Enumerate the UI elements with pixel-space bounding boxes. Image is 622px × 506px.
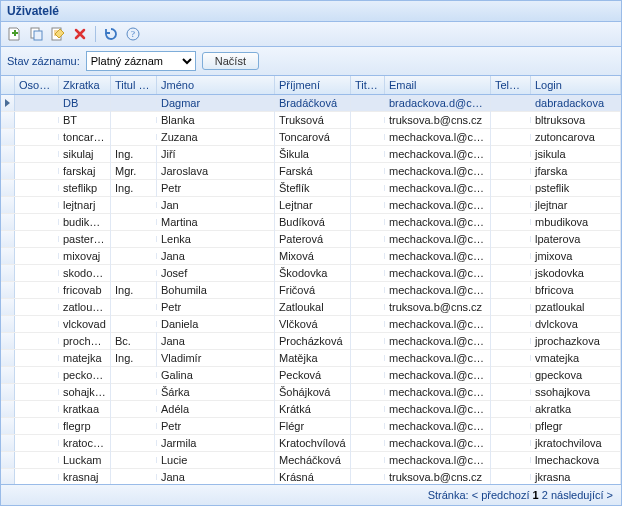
cell-jmeno: Adéla bbox=[157, 400, 275, 418]
table-row[interactable]: budikovaMartinaBudíkovámechackova.l@cns.… bbox=[1, 214, 621, 231]
table-row[interactable]: flegrpPetrFlégrmechackova.l@cns.pflegr bbox=[1, 418, 621, 435]
cell-jmeno: Petr bbox=[157, 298, 275, 316]
cell-osobni-cislo bbox=[15, 440, 59, 446]
table-row[interactable]: krasnajJanaKrásnátruksova.b@cns.czjkrasn… bbox=[1, 469, 621, 484]
cell-jmeno: Galina bbox=[157, 366, 275, 384]
cell-telefon bbox=[491, 134, 531, 140]
cell-login: dvlckova bbox=[531, 315, 621, 333]
pager-page-1[interactable]: 1 bbox=[533, 489, 539, 501]
cell-titul-za bbox=[351, 474, 385, 480]
row-indicator bbox=[1, 282, 15, 298]
cell-prijmeni: Šteflík bbox=[275, 179, 351, 197]
row-indicator bbox=[1, 95, 15, 111]
cell-osobni-cislo bbox=[15, 355, 59, 361]
cell-titul-pred bbox=[111, 270, 157, 276]
table-row[interactable]: pasterovalLenkaPaterovámechackova.l@cns.… bbox=[1, 231, 621, 248]
col-login[interactable]: Login bbox=[531, 76, 621, 94]
cell-prijmeni: Fričová bbox=[275, 281, 351, 299]
cell-jmeno: Petr bbox=[157, 417, 275, 435]
cell-titul-pred: Bc. bbox=[111, 332, 157, 350]
cell-login: jprochazkova bbox=[531, 332, 621, 350]
cell-login: bltruksova bbox=[531, 111, 621, 129]
cell-titul-pred bbox=[111, 406, 157, 412]
row-indicator bbox=[1, 231, 15, 247]
cell-osobni-cislo bbox=[15, 219, 59, 225]
copy-button[interactable] bbox=[27, 25, 45, 43]
cell-titul-pred: Ing. bbox=[111, 145, 157, 163]
col-telefon[interactable]: Telefon bbox=[491, 76, 531, 94]
table-row[interactable]: peckovagGalinaPeckovámechackova.l@cns.gp… bbox=[1, 367, 621, 384]
col-osobni-cislo[interactable]: Osobní čísl bbox=[15, 76, 59, 94]
table-row[interactable]: BTBlankaTruksovátruksova.b@cns.czbltruks… bbox=[1, 112, 621, 129]
cell-titul-za bbox=[351, 321, 385, 327]
table-row[interactable]: farskajMgr.JaroslavaFarskámechackova.l@c… bbox=[1, 163, 621, 180]
cell-prijmeni: Šohájková bbox=[275, 383, 351, 401]
help-icon: ? bbox=[126, 27, 140, 41]
table-row[interactable]: vlckovadDanielaVlčkovámechackova.l@cns.d… bbox=[1, 316, 621, 333]
add-button[interactable] bbox=[5, 25, 23, 43]
table-row[interactable]: lejtnarjJanLejtnarmechackova.l@cns.jlejt… bbox=[1, 197, 621, 214]
pager-prev[interactable]: < předchozí bbox=[472, 489, 530, 501]
table-row[interactable]: zatloukalpPetrZatloukaltruksova.b@cns.cz… bbox=[1, 299, 621, 316]
table-row[interactable]: prochazkovBc.JanaProcházkovámechackova.l… bbox=[1, 333, 621, 350]
cell-titul-pred bbox=[111, 100, 157, 106]
table-row[interactable]: toncarovazZuzanaToncarovámechackova.l@cn… bbox=[1, 129, 621, 146]
svg-rect-3 bbox=[34, 31, 42, 40]
col-titul-pred[interactable]: Titul před bbox=[111, 76, 157, 94]
cell-telefon bbox=[491, 372, 531, 378]
cell-prijmeni: Vlčková bbox=[275, 315, 351, 333]
cell-telefon bbox=[491, 389, 531, 395]
cell-email: bradackova.d@cns. bbox=[385, 95, 491, 112]
cell-titul-za bbox=[351, 457, 385, 463]
cell-email: mechackova.l@cns. bbox=[385, 162, 491, 180]
table-row[interactable]: kratkaaAdélaKrátkámechackova.l@cns.akrat… bbox=[1, 401, 621, 418]
col-email[interactable]: Email bbox=[385, 76, 491, 94]
cell-titul-pred bbox=[111, 321, 157, 327]
cell-telefon bbox=[491, 151, 531, 157]
pager-page-2[interactable]: 2 bbox=[542, 489, 548, 501]
col-zkratka[interactable]: Zkratka bbox=[59, 76, 111, 94]
help-button[interactable]: ? bbox=[124, 25, 142, 43]
cell-prijmeni: Mixová bbox=[275, 247, 351, 265]
cell-email: mechackova.l@cns. bbox=[385, 247, 491, 265]
table-row[interactable]: sikulajIng.JiříŠikulamechackova.l@cns.js… bbox=[1, 146, 621, 163]
cell-email: mechackova.l@cns. bbox=[385, 230, 491, 248]
load-button[interactable]: Načíst bbox=[202, 52, 259, 70]
svg-text:?: ? bbox=[131, 29, 135, 39]
row-indicator bbox=[1, 146, 15, 162]
cell-email: mechackova.l@cns. bbox=[385, 434, 491, 452]
cell-jmeno: Lenka bbox=[157, 230, 275, 248]
cell-jmeno: Zuzana bbox=[157, 128, 275, 146]
table-row[interactable]: DBDagmarBradáčkovábradackova.d@cns.dabra… bbox=[1, 95, 621, 112]
table-row[interactable]: fricovabIng.BohumilaFričovámechackova.l@… bbox=[1, 282, 621, 299]
cell-telefon bbox=[491, 219, 531, 225]
row-indicator bbox=[1, 418, 15, 434]
users-window: Uživatelé ? Stav záznamu: Platný záznam … bbox=[0, 0, 622, 506]
table-row[interactable]: skodovkaJosefŠkodovkamechackova.l@cns.js… bbox=[1, 265, 621, 282]
col-jmeno[interactable]: Jméno bbox=[157, 76, 275, 94]
cell-prijmeni: Krátká bbox=[275, 400, 351, 418]
cell-osobni-cislo bbox=[15, 321, 59, 327]
table-row[interactable]: matejkaIng.VladimírMatějkamechackova.l@c… bbox=[1, 350, 621, 367]
grid-body[interactable]: DBDagmarBradáčkovábradackova.d@cns.dabra… bbox=[1, 95, 621, 484]
table-row[interactable]: LuckamLucieMecháčkovámechackova.l@cns.lm… bbox=[1, 452, 621, 469]
window-title: Uživatelé bbox=[1, 1, 621, 22]
cell-email: mechackova.l@cns. bbox=[385, 264, 491, 282]
cell-prijmeni: Farská bbox=[275, 162, 351, 180]
table-row[interactable]: steflikpIng.PetrŠteflíkmechackova.l@cns.… bbox=[1, 180, 621, 197]
status-select[interactable]: Platný záznam bbox=[86, 51, 196, 71]
cell-osobni-cislo bbox=[15, 270, 59, 276]
refresh-button[interactable] bbox=[102, 25, 120, 43]
table-row[interactable]: mixovajJanaMixovámechackova.l@cns.jmixov… bbox=[1, 248, 621, 265]
delete-button[interactable] bbox=[71, 25, 89, 43]
col-selector[interactable] bbox=[1, 76, 15, 94]
table-row[interactable]: sohajkovasŠárkaŠohájkovámechackova.l@cns… bbox=[1, 384, 621, 401]
col-titul-za[interactable]: Titul za bbox=[351, 76, 385, 94]
row-indicator bbox=[1, 163, 15, 179]
table-row[interactable]: kratochvilJarmilaKratochvílovámechackova… bbox=[1, 435, 621, 452]
pager-next[interactable]: následující > bbox=[551, 489, 613, 501]
col-prijmeni[interactable]: Příjmení bbox=[275, 76, 351, 94]
edit-button[interactable] bbox=[49, 25, 67, 43]
cell-titul-pred: Ing. bbox=[111, 349, 157, 367]
cell-titul-pred bbox=[111, 236, 157, 242]
